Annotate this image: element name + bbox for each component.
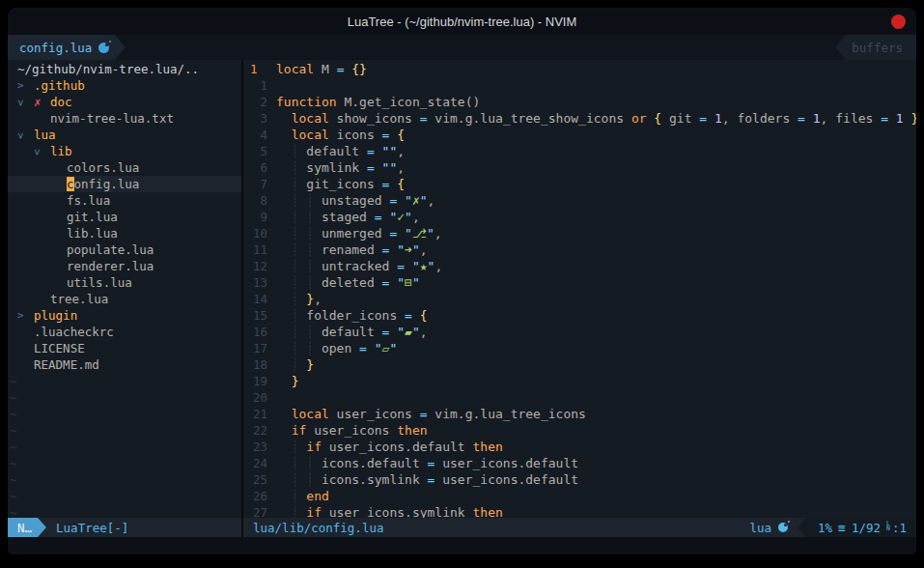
tree-item[interactable]: >lib — [8, 143, 241, 159]
command-line[interactable] — [8, 537, 916, 554]
code-line[interactable]: 20 — [243, 389, 916, 406]
code-line[interactable]: 26 ┊ end — [243, 488, 916, 504]
code-text: ┊ if user_icons.default then — [276, 439, 916, 455]
code-line[interactable]: 1 — [243, 77, 916, 94]
tree-item-label: LICENSE — [34, 341, 85, 355]
tab-label: config.lua — [19, 41, 92, 55]
line-number: 1 — [243, 77, 276, 94]
empty-line-tilde: ~ — [8, 488, 241, 504]
empty-line-tilde: ~ — [8, 406, 241, 422]
code-line[interactable]: 22 if user_icons then — [243, 422, 916, 439]
tree-item[interactable]: fs.lua — [8, 192, 241, 209]
tree-item-label: colors.lua — [67, 160, 139, 175]
code-line[interactable]: 15 ┊ folder_icons = { — [243, 307, 916, 324]
chevron-right-icon[interactable]: > — [17, 309, 34, 322]
line-number: 27 — [243, 504, 276, 518]
tree-item[interactable]: config.lua — [8, 176, 241, 192]
tree-item[interactable]: .luacheckrc — [8, 324, 241, 340]
close-icon[interactable] — [891, 14, 906, 29]
tree-item[interactable]: README.md — [8, 356, 241, 373]
chevron-down-icon[interactable]: > — [17, 97, 34, 109]
tree-item[interactable]: ~/github/nvim-tree.lua/.. — [8, 61, 241, 77]
line-number: 16 — [243, 324, 276, 340]
lines-icon: ≡ — [838, 521, 846, 535]
code-line[interactable]: 3 local show_icons = vim.g.lua_tree_show… — [243, 110, 916, 127]
chevron-down-icon[interactable]: > — [34, 146, 50, 158]
code-line[interactable]: 7 ┊ git_icons = { — [243, 176, 916, 192]
tree-item[interactable]: nvim-tree-lua.txt — [8, 110, 241, 127]
tree-item[interactable]: LICENSE — [8, 340, 241, 356]
buffers-tab[interactable]: buffers — [846, 35, 916, 60]
line-number: 9 — [243, 209, 276, 225]
tab-powerline-arrow — [115, 35, 126, 60]
line-number: 6 — [243, 159, 276, 176]
code-line[interactable]: 25 ┊ ┊ icons.symlink = user_icons.defaul… — [243, 471, 916, 488]
cursor-block: c — [67, 177, 74, 191]
code-line[interactable]: 21 local user_icons = vim.g.lua_tree_ico… — [243, 406, 916, 422]
tree-item[interactable]: git.lua — [8, 209, 241, 225]
nvim-window: LuaTree - (~/github/nvim-tree.lua) - NVI… — [8, 8, 916, 554]
code-line[interactable]: 6 ┊ symlink = "", — [243, 159, 916, 176]
code-line[interactable]: 23 ┊ if user_icons.default then — [243, 439, 916, 455]
tree-item[interactable]: utils.lua — [8, 274, 241, 291]
tree-item-label: .github — [34, 78, 85, 93]
code-line[interactable]: 2function M.get_icon_state() — [243, 94, 916, 110]
line-number: 18 — [243, 356, 276, 373]
code-line[interactable]: 13 ┊ ┊ deleted = "⊟" — [243, 274, 916, 291]
tab-config-lua[interactable]: config.lua — [8, 35, 115, 60]
tree-item-label: renderer.lua — [67, 259, 154, 273]
code-text — [276, 77, 916, 94]
tree-item[interactable]: lib.lua — [8, 225, 241, 241]
statusline-filepath: lua/lib/config.lua — [253, 521, 383, 535]
page-title: LuaTree - (~/github/nvim-tree.lua) - NVI… — [348, 14, 577, 29]
tree-item[interactable]: tree.lua — [8, 291, 241, 307]
code-line[interactable]: 27 ┊ if user_icons.symlink then — [243, 504, 916, 518]
tree-item[interactable]: colors.lua — [8, 159, 241, 176]
tab-bar-spacer — [126, 35, 835, 60]
line-number: 5 — [243, 143, 276, 159]
line-number: 19 — [243, 373, 276, 389]
tree-item-label: config.lua — [67, 177, 139, 191]
tree-item-label: fs.lua — [67, 193, 110, 208]
code-text: ┊ ┊ renamed = "➜", — [276, 241, 916, 258]
code-text: function M.get_icon_state() — [276, 94, 916, 110]
code-text: local M = {} — [276, 61, 916, 77]
code-text: ┊ ┊ default = "▰", — [276, 324, 916, 340]
code-line[interactable]: 24 ┊ ┊ icons.default = user_icons.defaul… — [243, 455, 916, 471]
line-number: 2 — [243, 94, 276, 110]
code-text: local show_icons = vim.g.lua_tree_show_i… — [276, 110, 916, 127]
code-line[interactable]: 16 ┊ ┊ default = "▰", — [243, 324, 916, 340]
code-text: ┊ symlink = "", — [276, 159, 916, 176]
code-line[interactable]: 5 ┊ default = "", — [243, 143, 916, 159]
tree-item[interactable]: renderer.lua — [8, 258, 241, 274]
line-number: 7 — [243, 176, 276, 192]
statusline-tree: N… LuaTree[-] — [8, 518, 241, 537]
code-line[interactable]: 14 ┊ }, — [243, 291, 916, 307]
tree-item[interactable]: >.github — [8, 77, 241, 94]
chevron-down-icon[interactable]: > — [17, 129, 34, 142]
tree-item[interactable]: >lua — [8, 127, 241, 143]
code-line[interactable]: 8 ┊ ┊ unstaged = "✗", — [243, 192, 916, 209]
tree-item[interactable]: >plugin — [8, 307, 241, 324]
code-line[interactable]: 11 ┊ ┊ renamed = "➜", — [243, 241, 916, 258]
code-line[interactable]: 1local M = {} — [243, 61, 916, 77]
code-line[interactable]: 18 ┊ } — [243, 356, 916, 373]
chevron-right-icon[interactable]: > — [17, 79, 34, 92]
tree-item-label: plugin — [34, 308, 77, 323]
tree-item[interactable]: populate.lua — [8, 241, 241, 258]
buffers-label: buffers — [852, 41, 903, 55]
code-line[interactable]: 10 ┊ ┊ unmerged = "⎇", — [243, 225, 916, 241]
title-bar[interactable]: LuaTree - (~/github/nvim-tree.lua) - NVI… — [8, 8, 916, 35]
tree-item-label: git.lua — [67, 210, 118, 224]
code-text: ┊ ┊ icons.default = user_icons.default — [276, 455, 916, 471]
code-line[interactable]: 4 local icons = { — [243, 127, 916, 143]
line-number: 3 — [243, 110, 276, 127]
code-line[interactable]: 9 ┊ ┊ staged = "✓", — [243, 209, 916, 225]
empty-line-tilde: ~ — [8, 389, 241, 406]
code-text: ┊ } — [276, 356, 916, 373]
tree-item[interactable]: >✗doc — [8, 94, 241, 110]
code-line[interactable]: 17 ┊ ┊ open = "▱" — [243, 340, 916, 356]
line-number: 21 — [243, 406, 276, 422]
code-line[interactable]: 19 } — [243, 373, 916, 389]
code-line[interactable]: 12 ┊ ┊ untracked = "★", — [243, 258, 916, 274]
